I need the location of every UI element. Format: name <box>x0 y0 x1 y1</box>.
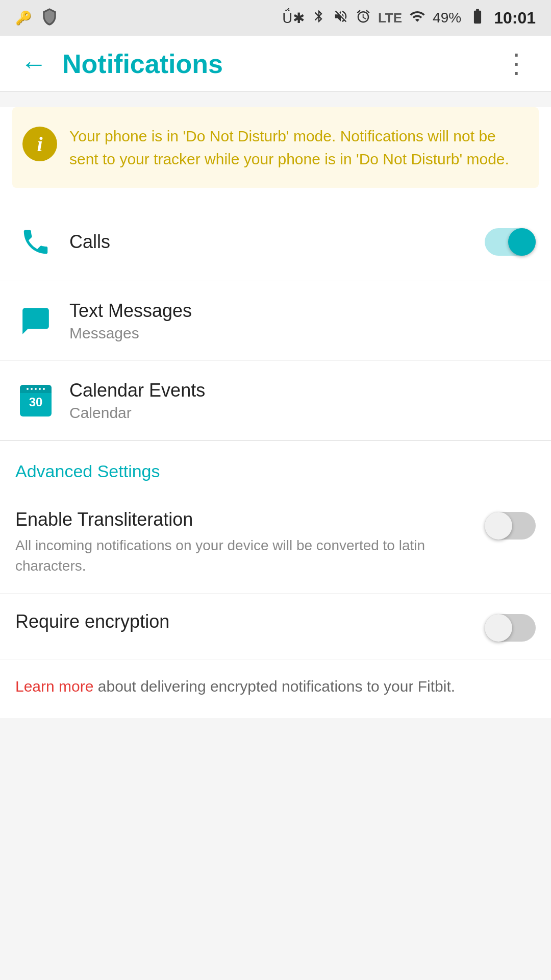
advanced-settings-header: Advanced Settings <box>0 461 551 492</box>
text-messages-setting-row[interactable]: Text Messages Messages <box>0 281 551 361</box>
back-button[interactable]: ← <box>15 45 52 82</box>
phone-icon <box>15 222 56 262</box>
calls-info: Calls <box>69 231 485 253</box>
status-bar-right: Ǘ✱ LTE 49% 10:01 <box>282 8 536 29</box>
calls-toggle-knob <box>508 228 536 256</box>
calls-title: Calls <box>69 231 485 253</box>
calendar-events-title: Calendar Events <box>69 379 536 401</box>
text-messages-subtitle: Messages <box>69 325 536 342</box>
calendar-icon: 30 <box>15 380 56 421</box>
message-icon <box>15 301 56 341</box>
warning-icon: i <box>22 127 57 161</box>
transliteration-desc: All incoming notifications on your devic… <box>15 535 474 575</box>
battery-percent: 49% <box>433 10 461 26</box>
calendar-events-info: Calendar Events Calendar <box>69 379 536 422</box>
info-letter: i <box>37 132 42 156</box>
advanced-section: Advanced Settings Enable Transliteration… <box>0 441 551 718</box>
calls-setting-row[interactable]: Calls <box>0 203 551 281</box>
transliteration-toggle-knob <box>485 512 512 540</box>
key-icon: 🔑 <box>15 10 32 26</box>
encryption-toggle-knob <box>485 614 512 642</box>
transliteration-toggle-wrap <box>485 509 536 540</box>
alarm-icon <box>356 8 371 29</box>
status-time: 10:01 <box>494 9 536 28</box>
signal-icon: LTE <box>378 10 402 26</box>
encrypt-note: Learn more about delivering encrypted no… <box>0 659 551 718</box>
status-bar: 🔑 Ǘ✱ LTE <box>0 0 551 36</box>
transliteration-row[interactable]: Enable Transliteration All incoming noti… <box>0 492 551 593</box>
signal-bars-icon <box>409 8 425 29</box>
text-messages-info: Text Messages Messages <box>69 300 536 342</box>
battery-icon <box>468 8 487 29</box>
calendar-events-setting-row[interactable]: 30 Calendar Events Calendar <box>0 361 551 440</box>
menu-button[interactable]: ⋮ <box>498 51 536 77</box>
encryption-title: Require encryption <box>15 611 474 632</box>
bluetooth-icon: Ǘ✱ <box>282 10 305 27</box>
transliteration-toggle[interactable] <box>485 512 536 540</box>
encryption-row[interactable]: Require encryption <box>0 594 551 659</box>
shield-icon <box>40 7 59 30</box>
learn-more-link[interactable]: Learn more <box>15 678 93 695</box>
status-bar-left: 🔑 <box>15 7 59 30</box>
warning-banner: i Your phone is in 'Do Not Disturb' mode… <box>12 107 539 188</box>
warning-text: Your phone is in 'Do Not Disturb' mode. … <box>69 125 523 170</box>
mute-icon <box>333 8 348 29</box>
encryption-info: Require encryption <box>15 611 474 638</box>
calendar-events-subtitle: Calendar <box>69 404 536 422</box>
page-title: Notifications <box>62 48 498 79</box>
encryption-toggle-wrap <box>485 611 536 642</box>
bluetooth-icon <box>312 8 326 29</box>
encrypt-note-text: about delivering encrypted notifications… <box>93 678 455 695</box>
calls-toggle[interactable] <box>485 228 536 256</box>
transliteration-info: Enable Transliteration All incoming noti… <box>15 509 474 575</box>
encryption-toggle[interactable] <box>485 614 536 642</box>
transliteration-title: Enable Transliteration <box>15 509 474 530</box>
main-content: i Your phone is in 'Do Not Disturb' mode… <box>0 107 551 718</box>
text-messages-title: Text Messages <box>69 300 536 322</box>
app-bar: ← Notifications ⋮ <box>0 36 551 92</box>
